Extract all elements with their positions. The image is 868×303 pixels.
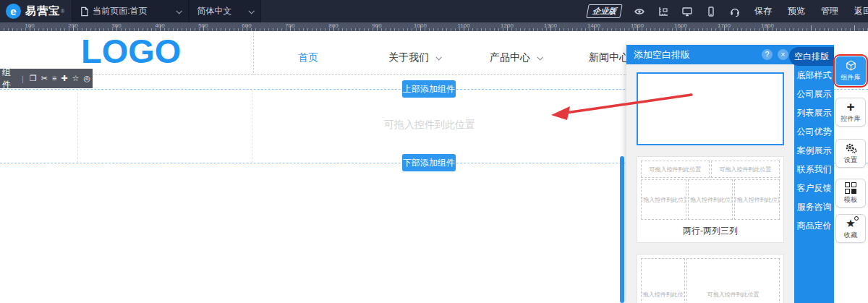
header-column-divider — [253, 30, 254, 74]
brand-name: 易营宝 — [25, 4, 60, 18]
layout-cell: 可拖入控件到此位置 — [641, 161, 710, 178]
brand-trademark: ® — [61, 9, 64, 14]
copy-icon[interactable]: ❐ — [30, 74, 37, 82]
settings-button[interactable]: 设置 — [835, 139, 866, 168]
tab-footer-style[interactable]: 底部样式 — [794, 66, 834, 85]
templates-button[interactable]: 模板 — [835, 179, 866, 208]
ruler-tool-button[interactable] — [651, 0, 675, 22]
brand-circle-icon: e — [6, 4, 21, 19]
component-hover-toolbar: 组件 | ❐ ✂ ≡ ✚ ☆ ◎ — [0, 69, 93, 88]
brand-initial: e — [10, 5, 16, 17]
tool-label: 收藏 — [844, 230, 857, 239]
layout-cell: 可拖入控件到此位置 — [641, 258, 685, 303]
gear-icon — [845, 142, 857, 154]
tab-company-advantage[interactable]: 公司优势 — [794, 122, 834, 141]
tool-label: 设置 — [844, 155, 857, 164]
manage-button[interactable]: 管理 — [813, 0, 846, 22]
tab-case-display[interactable]: 案例展示 — [794, 141, 834, 160]
ruler-label: 1500 — [631, 22, 644, 29]
topbar-actions: 企业版 保存 预览 管理 返回 — [587, 0, 868, 22]
ruler-label: 800 — [328, 22, 338, 29]
cube-icon — [845, 59, 857, 72]
panel-header[interactable]: 添加空白排版 ? × — [626, 45, 794, 64]
preview-button[interactable]: 预览 — [780, 0, 813, 22]
editor-window: e 易营宝 ® 当前页面:首页 简体中文 企业版 — [0, 0, 868, 303]
close-button[interactable]: × — [778, 49, 788, 60]
top-bar: e 易营宝 ® 当前页面:首页 简体中文 企业版 — [0, 0, 868, 22]
ruler-label: 1400 — [587, 22, 600, 29]
visibility-icon[interactable]: ◎ — [83, 74, 90, 82]
drop-zone-hint: 可拖入控件到此位置 — [357, 119, 502, 132]
star-icon: ★ — [846, 218, 855, 229]
layout-caption: 两行-两列三列 — [641, 220, 780, 239]
visibility-toggle-button[interactable] — [627, 0, 651, 22]
layout-category-sidebar: 空白排版 底部样式 公司展示 列表展示 公司优势 案例展示 联系我们 客户反馈 … — [794, 45, 834, 303]
tool-label: 控件库 — [841, 114, 861, 123]
ruler-label: 1800 — [761, 22, 774, 29]
chevron-down-icon — [249, 8, 255, 14]
tab-service-inquiry[interactable]: 服务咨询 — [794, 197, 834, 216]
ruler-label: 1600 — [674, 22, 687, 29]
ruler-label: 1200 — [501, 22, 514, 29]
language-label: 简体中文 — [197, 5, 231, 17]
panel-body: 可拖入控件到此位置 可拖入控件到此位置 可拖入控件到此位置 可拖入控件到此位置 … — [626, 64, 794, 303]
layout-cell: 可拖入控件到此位置 — [641, 179, 686, 220]
component-library-button[interactable]: 组件库 — [835, 56, 866, 85]
layers-icon[interactable]: ≡ — [52, 74, 56, 82]
layout-cell: 可拖入控件到此位置 — [711, 161, 780, 178]
ruler-label: 600 — [242, 22, 251, 29]
layout-option-two-rows[interactable]: 可拖入控件到此位置 可拖入控件到此位置 可拖入控件到此位置 可拖入控件到此位置 … — [637, 156, 784, 243]
ruler-label: 1300 — [544, 22, 557, 29]
ruler-label: 1000 — [414, 22, 427, 29]
layout-cell: 可拖入控件到此位置 — [688, 179, 733, 220]
back-button[interactable]: 返回 — [846, 0, 868, 22]
canvas-guide-line — [77, 89, 78, 163]
tab-company-display[interactable]: 公司展示 — [794, 85, 834, 103]
ruler-label: 100 — [25, 22, 34, 29]
add-component-below-button[interactable]: 下部添加组件 — [402, 154, 456, 171]
add-blank-layout-panel: 添加空白排版 ? × 可拖入控件到此位置 可拖入控件到此位置 可拖入控件到此位置… — [626, 45, 794, 303]
control-library-button[interactable]: + 控件库 — [835, 98, 866, 127]
panel-title: 添加空白排版 — [634, 48, 690, 61]
canvas-guide-line — [252, 89, 252, 163]
template-grid-icon — [845, 182, 856, 194]
favorites-button[interactable]: ★ 收藏 — [835, 214, 866, 243]
move-icon[interactable]: ✚ — [61, 74, 67, 82]
layout-option-one-row-two-cols[interactable]: 可拖入控件到此位置 可拖入控件到此位置 — [637, 254, 784, 303]
nav-item-about[interactable]: 关于我们 — [388, 51, 441, 64]
ruler-label: 900 — [372, 22, 381, 29]
layout-cell: 可拖入控件到此位置 — [734, 179, 780, 220]
app-logo[interactable]: e 易营宝 ® — [0, 0, 72, 22]
canvas-scrollbar[interactable] — [620, 156, 624, 303]
mobile-view-button[interactable] — [699, 0, 723, 22]
support-headset-button[interactable] — [723, 0, 746, 22]
layout-option-blank[interactable] — [637, 72, 784, 145]
help-button[interactable]: ? — [762, 49, 773, 60]
save-button[interactable]: 保存 — [746, 0, 780, 22]
nav-item-home[interactable]: 首页 — [298, 51, 318, 64]
ruler-label: 400 — [155, 22, 164, 29]
nav-home-label: 首页 — [298, 51, 318, 64]
ruler-label: 1100 — [457, 22, 469, 29]
add-component-above-button[interactable]: 上部添加组件 — [402, 80, 456, 98]
tab-product-pricing[interactable]: 商品定价 — [794, 216, 834, 235]
current-page-dropdown[interactable]: 当前页面:首页 — [72, 0, 189, 22]
cut-icon[interactable]: ✂ — [41, 74, 48, 82]
chevron-down-icon — [435, 54, 441, 60]
nav-news-label: 新闻中心 — [589, 51, 629, 64]
plus-icon: + — [846, 101, 854, 113]
ruler-label: 1700 — [718, 22, 731, 29]
language-dropdown[interactable]: 简体中文 — [189, 0, 261, 22]
tab-blank-layout[interactable]: 空白排版 — [789, 47, 834, 66]
ruler-label: 700 — [285, 22, 294, 29]
tab-customer-feedback[interactable]: 客户反馈 — [794, 179, 834, 197]
tab-list-display[interactable]: 列表展示 — [794, 103, 834, 122]
chevron-down-icon — [176, 8, 182, 14]
tab-contact-us[interactable]: 联系我们 — [794, 160, 834, 179]
horizontal-ruler: 1002003004005006007008009001000110012001… — [0, 22, 868, 31]
site-logo-text[interactable]: LOGO — [81, 33, 181, 69]
nav-item-products[interactable]: 产品中心 — [490, 51, 542, 64]
desktop-view-button[interactable] — [675, 0, 699, 22]
favorite-icon[interactable]: ☆ — [72, 74, 80, 82]
ruler-label: 300 — [111, 22, 121, 29]
